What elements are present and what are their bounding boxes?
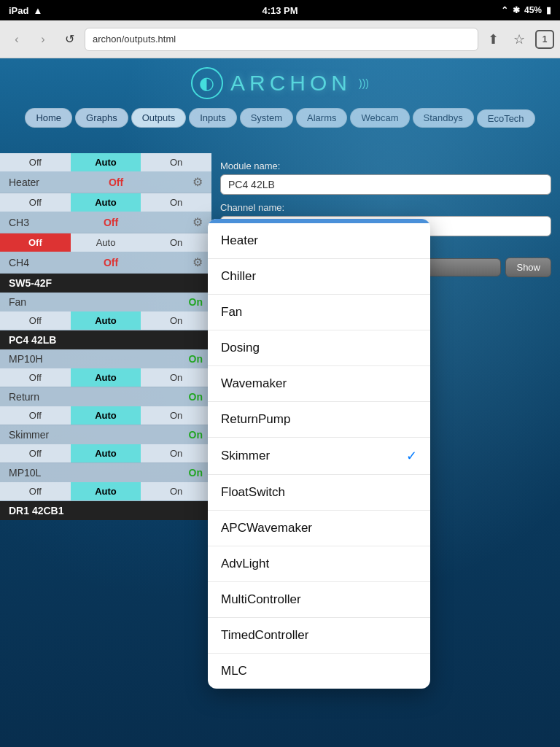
mp10l-header: MP10L On (0, 463, 211, 482)
nav-webcam[interactable]: Webcam (350, 108, 409, 128)
skimmer-ctrl-off[interactable]: Off (0, 444, 71, 462)
section-sw5: SW5-42F (0, 274, 211, 293)
skimmer-label: Skimmer (9, 429, 49, 441)
ch4-label: CH4 (9, 257, 29, 268)
nav-system[interactable]: System (240, 108, 293, 128)
return-label: Return (9, 391, 39, 403)
bluetooth-icon: ✱ (513, 5, 520, 15)
ctrl-on-top[interactable]: On (141, 153, 211, 171)
show-button[interactable]: Show (505, 258, 551, 277)
nav-inputs[interactable]: Inputs (189, 108, 236, 128)
nav-alarms[interactable]: Alarms (296, 108, 347, 128)
mp10h-ctrl-on[interactable]: On (141, 368, 211, 387)
dropdown-label-dosing: Dosing (221, 341, 260, 355)
return-status: On (189, 391, 203, 403)
url-text: archon/outputs.html (93, 34, 176, 44)
dropdown-item-floatswitch[interactable]: FloatSwitch (208, 475, 430, 511)
channel-return: Return On Off Auto On (0, 387, 211, 425)
status-bar: iPad ▲ 4:13 PM ⌃ ✱ 45% ▮ (0, 0, 560, 20)
fan-status: On (189, 296, 203, 308)
channel-fan: Fan On Off Auto On (0, 293, 211, 330)
url-bar[interactable]: archon/outputs.html (85, 28, 478, 51)
dropdown-label-apcwavemaker: APCWavemaker (221, 521, 312, 535)
ctrl-auto-top[interactable]: Auto (71, 153, 141, 171)
dropdown-item-chiller[interactable]: Chiller (208, 259, 430, 295)
section-pc4: PC4 42LB (0, 330, 211, 349)
ch3-ctrl-off[interactable]: Off (0, 193, 71, 212)
channel-header-ch3: CH3 Off ⚙ (0, 212, 211, 233)
channel-ch3: Off Auto On CH3 Off ⚙ (0, 193, 211, 233)
fan-ctrl-auto[interactable]: Auto (71, 311, 141, 330)
dropdown-item-timedcontroller[interactable]: TimedController (208, 618, 430, 654)
nav-home[interactable]: Home (25, 108, 72, 128)
fan-label: Fan (9, 296, 26, 308)
channel-header-heater: Heater Off ⚙ (0, 171, 211, 193)
mp10l-ctrl-auto[interactable]: Auto (71, 482, 141, 500)
tab-count[interactable]: 1 (535, 30, 554, 49)
fan-ctrl-on[interactable]: On (141, 311, 211, 330)
dropdown-item-apcwavemaker[interactable]: APCWavemaker (208, 511, 430, 546)
dropdown-label-mlc: MLC (221, 664, 247, 678)
archon-logo-text: ARCHON (230, 71, 351, 96)
dropdown-label-wavemaker: Wavemaker (221, 376, 287, 391)
return-ctrl-off[interactable]: Off (0, 406, 71, 425)
mp10l-ctrl-on[interactable]: On (141, 482, 211, 500)
dropdown-label-chiller: Chiller (221, 269, 256, 284)
channel-mp10l: MP10L On Off Auto On (0, 463, 211, 501)
dropdown-item-wavemaker[interactable]: Wavemaker (208, 366, 430, 402)
section-dr1: DR1 42CB1 (0, 501, 211, 520)
time-label: 4:13 PM (262, 5, 298, 16)
mp10l-controls: Off Auto On (0, 482, 211, 500)
dropdown-item-returnpump[interactable]: ReturnPump (208, 402, 430, 438)
skimmer-ctrl-on[interactable]: On (141, 444, 211, 462)
dropdown-item-dosing[interactable]: Dosing (208, 330, 430, 366)
nav-bar: Home Graphs Outputs Inputs System Alarms… (0, 105, 560, 131)
forward-button[interactable]: › (32, 28, 54, 50)
mp10l-status: On (189, 467, 203, 479)
skimmer-ctrl-auto[interactable]: Auto (71, 444, 141, 462)
share-button[interactable]: ⬆ (483, 29, 503, 50)
nav-outputs[interactable]: Outputs (131, 108, 187, 128)
ctrl-off-top[interactable]: Off (0, 153, 71, 171)
ch4-ctrl-auto[interactable]: Auto (71, 233, 141, 252)
dropdown-item-mlc[interactable]: MLC (208, 654, 430, 689)
ch3-ctrl-on[interactable]: On (141, 193, 211, 212)
dropdown-item-advlight[interactable]: AdvLight (208, 546, 430, 582)
refresh-button[interactable]: ↺ (58, 28, 80, 50)
skimmer-header: Skimmer On (0, 425, 211, 444)
dropdown-label-multicontroller: MultiController (221, 592, 301, 607)
ch4-ctrl-on[interactable]: On (141, 233, 211, 252)
fan-ctrl-off[interactable]: Off (0, 311, 71, 330)
ch4-ctrl-off[interactable]: Off (0, 233, 71, 252)
battery-icon: ▮ (546, 5, 551, 15)
ch3-gear-icon[interactable]: ⚙ (192, 215, 203, 229)
dropdown-item-fan[interactable]: Fan (208, 295, 430, 330)
ch3-controls: Off Auto On (0, 193, 211, 212)
dropdown-item-skimmer[interactable]: Skimmer ✓ (208, 438, 430, 475)
fan-header: Fan On (0, 293, 211, 311)
dropdown-item-multicontroller[interactable]: MultiController (208, 582, 430, 618)
module-name-input[interactable]: PC4 42LB (220, 174, 551, 195)
nav-standbys[interactable]: Standbys (413, 108, 474, 128)
ch4-gear-icon[interactable]: ⚙ (192, 255, 203, 269)
selected-checkmark-icon: ✓ (406, 448, 417, 464)
mp10h-ctrl-off[interactable]: Off (0, 368, 71, 387)
bookmark-button[interactable]: ☆ (509, 29, 529, 50)
nav-graphs[interactable]: Graphs (75, 108, 128, 128)
back-button[interactable]: ‹ (6, 28, 28, 50)
dropdown-label-heater: Heater (221, 233, 258, 248)
battery-label: 45% (524, 5, 542, 15)
return-ctrl-on[interactable]: On (141, 406, 211, 425)
dropdown-item-heater[interactable]: Heater (208, 223, 430, 259)
mp10l-ctrl-off[interactable]: Off (0, 482, 71, 500)
mp10h-ctrl-auto[interactable]: Auto (71, 368, 141, 387)
module-name-label: Module name: (220, 160, 551, 171)
fan-controls: Off Auto On (0, 311, 211, 330)
mp10h-label: MP10H (9, 353, 43, 365)
ch3-ctrl-auto[interactable]: Auto (71, 193, 141, 212)
return-ctrl-auto[interactable]: Auto (71, 406, 141, 425)
archon-logo-icon (191, 67, 223, 99)
heater-gear-icon[interactable]: ⚙ (192, 175, 203, 189)
dropdown-label-timedcontroller: TimedController (221, 628, 308, 643)
nav-ecotech[interactable]: EcoTech (477, 109, 535, 128)
